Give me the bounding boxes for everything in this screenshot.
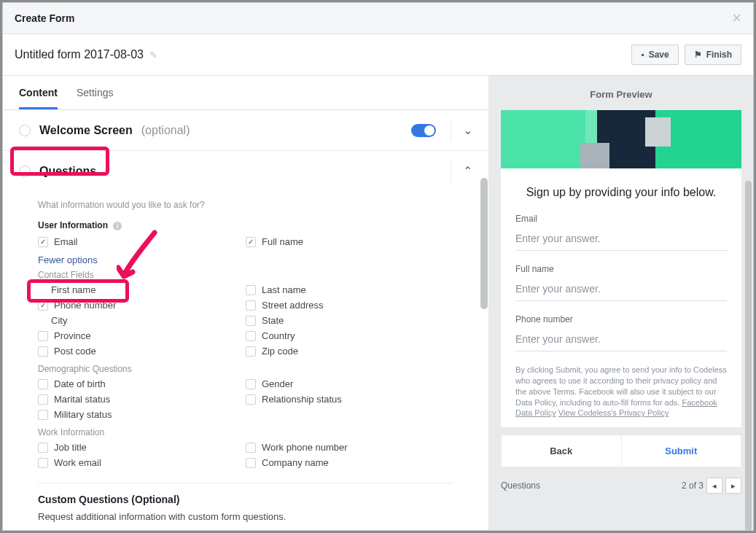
preview-input-phone[interactable] [515, 329, 727, 351]
section-questions-title: Questions [39, 165, 96, 178]
modal-header: Create Form × [3, 3, 753, 34]
chk-workphone[interactable]: Work phone number [246, 442, 453, 453]
preview-label-fullname: Full name [515, 264, 727, 274]
custom-q-head: Custom Questions (Optional) [38, 494, 453, 505]
preview-back-button[interactable]: Back [502, 435, 622, 467]
checkbox-icon [246, 300, 256, 311]
chk-phone-number[interactable]: Phone number [38, 300, 246, 311]
checkbox-icon [246, 237, 256, 247]
preview-pane: Form Preview Sign up by providing your i… [489, 76, 753, 530]
work-label: Work Information [38, 427, 453, 437]
preview-input-fullname[interactable] [515, 279, 727, 301]
welcome-toggle[interactable] [411, 124, 436, 137]
preview-label-phone: Phone number [515, 314, 727, 324]
questions-helper: What information would you like to ask f… [38, 200, 453, 210]
checkbox-icon [246, 285, 256, 295]
checkbox-icon [38, 443, 48, 453]
preview-cover-image [501, 110, 741, 168]
save-icon: ▪ [641, 50, 644, 60]
preview-input-email[interactable] [515, 228, 727, 251]
chk-state[interactable]: State [246, 315, 453, 326]
section-welcome[interactable]: Welcome Screen (optional) ⌄ [3, 110, 488, 151]
chk-relationship[interactable]: Relationship status [246, 394, 453, 405]
pager-prev-button[interactable]: ◂ [706, 478, 722, 494]
chk-country[interactable]: Country [246, 330, 453, 341]
checkbox-icon [246, 394, 256, 405]
contact-fields-label: Contact Fields [38, 270, 453, 280]
chk-postcode[interactable]: Post code [38, 346, 246, 357]
chk-marital[interactable]: Marital status [38, 394, 246, 405]
checkbox-icon [246, 379, 256, 389]
checkbox-icon [38, 410, 48, 420]
chevron-down-icon[interactable]: ⌄ [451, 119, 472, 141]
radio-icon [19, 166, 31, 177]
pager-next-button[interactable]: ▸ [725, 478, 741, 494]
checkbox-icon [246, 346, 256, 357]
chk-email[interactable]: Email [38, 236, 246, 247]
checkbox-icon [38, 394, 48, 405]
preview-label-email: Email [515, 214, 727, 224]
checkbox-icon [246, 331, 256, 341]
checkbox-icon [38, 379, 48, 389]
custom-q-sub: Request additional information with cust… [38, 511, 453, 522]
chk-jobtitle[interactable]: Job title [38, 442, 246, 453]
demo-label: Demographic Questions [38, 364, 453, 374]
preview-submit-button[interactable]: Submit [622, 435, 741, 467]
scrollbar[interactable] [745, 181, 752, 530]
tab-content[interactable]: Content [19, 76, 58, 109]
user-info-head: User Information i [38, 220, 453, 230]
chk-city[interactable]: City [51, 315, 246, 326]
form-preview-title: Form Preview [489, 76, 753, 110]
privacy-policy-link[interactable]: View Codeless's Privacy Policy [558, 408, 669, 417]
chk-last-name[interactable]: Last name [246, 284, 453, 295]
tabs: Content Settings [3, 76, 488, 110]
preview-card: Sign up by providing your info below. Em… [501, 168, 741, 427]
finish-icon: ⚑ [694, 50, 702, 60]
modal-title: Create Form [15, 12, 74, 24]
pager-label: Questions [501, 481, 540, 491]
scrollbar[interactable] [480, 178, 488, 309]
checkbox-icon [38, 331, 48, 341]
preview-actions: Back Submit [501, 435, 741, 467]
chk-workemail[interactable]: Work email [38, 457, 246, 468]
section-questions[interactable]: Questions ⌃ [3, 151, 488, 191]
preview-pager: Questions 2 of 3 ◂ ▸ [501, 467, 741, 501]
chk-street[interactable]: Street address [246, 300, 453, 311]
chk-province[interactable]: Province [38, 330, 246, 341]
save-button[interactable]: ▪ Save [631, 44, 678, 65]
save-label: Save [649, 50, 669, 60]
edit-title-icon[interactable]: ✎ [149, 50, 157, 61]
checkbox-icon [38, 346, 48, 357]
checkbox-icon [246, 443, 256, 453]
finish-label: Finish [706, 50, 732, 60]
checkbox-icon [246, 316, 256, 326]
chk-zip[interactable]: Zip code [246, 346, 453, 357]
finish-button[interactable]: ⚑ Finish [685, 44, 741, 65]
info-icon[interactable]: i [113, 222, 122, 230]
chk-gender[interactable]: Gender [246, 378, 453, 389]
chk-fullname[interactable]: Full name [246, 236, 453, 247]
close-icon[interactable]: × [732, 13, 741, 23]
preview-disclaimer: By clicking Submit, you agree to send yo… [515, 365, 727, 419]
checkbox-icon [38, 237, 48, 247]
section-welcome-opt: (optional) [141, 124, 190, 137]
chevron-up-icon[interactable]: ⌃ [451, 160, 472, 182]
chk-dob[interactable]: Date of birth [38, 378, 246, 389]
left-pane: Content Settings Welcome Screen (optiona… [3, 76, 489, 530]
create-form-modal: Create Form × Untitled form 2017-08-03 ✎… [2, 2, 754, 531]
radio-icon [19, 125, 31, 136]
pager-count: 2 of 3 [682, 481, 704, 491]
checkbox-icon [38, 300, 48, 311]
form-title-row: Untitled form 2017-08-03 ✎ ▪ Save ⚑ Fini… [3, 34, 753, 76]
tab-settings[interactable]: Settings [77, 76, 114, 109]
chk-first-name[interactable]: First name [51, 284, 246, 295]
content-scroll[interactable]: Welcome Screen (optional) ⌄ Questions ⌃ … [3, 110, 488, 530]
chk-company[interactable]: Company name [246, 457, 453, 468]
checkbox-icon [246, 458, 256, 468]
section-welcome-title: Welcome Screen [39, 124, 133, 137]
form-title: Untitled form 2017-08-03 [15, 48, 144, 61]
chk-military[interactable]: Military status [38, 409, 246, 420]
fewer-options-link[interactable]: Fewer options [38, 254, 453, 265]
preview-headline: Sign up by providing your info below. [515, 186, 727, 199]
questions-body: What information would you like to ask f… [3, 200, 488, 530]
